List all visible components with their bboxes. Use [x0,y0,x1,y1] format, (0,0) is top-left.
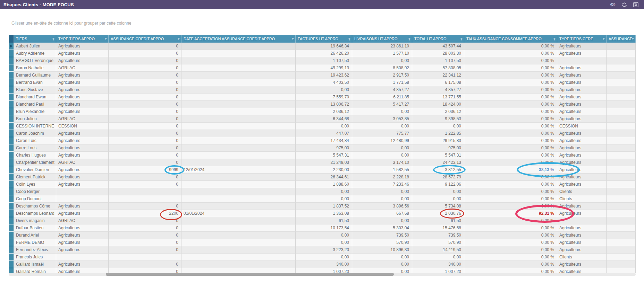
row-indicator-strip [9,144,14,152]
column-header-date-acceptation-assurance-credit-appro[interactable]: DATE ACCEPTATION ASSURANCE CREDIT APPRO [181,35,296,43]
column-header-label: TYPE TIERS APPRO [58,37,95,41]
cell-assurance_credit: 0 [109,94,181,101]
column-header-type-tiers-cere[interactable]: TYPE TIERS CERE [557,35,607,43]
row-indicator-strip [9,72,14,79]
cell-taux: 0,00 % [464,159,557,166]
table-row[interactable]: Coop Dumont0,000,000,000,00 %Clients [9,195,636,203]
filter-funnel-icon[interactable] [104,38,107,41]
cell-total: 739,50 [412,232,464,239]
table-row[interactable]: BARGOT VeroniqueAgriculteurs01 107,500,0… [9,57,636,64]
table-row[interactable]: Blanc GustaveAgriculteurs00,004 857,274 … [9,86,636,94]
cell-tiers: Caron Joachim [14,130,56,137]
table-row[interactable]: Baron NathalieAGRI AC049 299,138 508,925… [9,64,636,72]
cell-taux: 0,00 % [464,188,557,195]
cell-taux: 38,13 % [464,166,557,174]
cell-assurance_credit: 0 [109,217,181,224]
cell-type_appro: Agriculteurs [56,79,109,86]
cell-date_acceptation [181,239,296,246]
column-header-taux-assurance-consommee-appro[interactable]: TAUX ASSURANCE CONSOMMEE APPRO [464,35,557,43]
cell-livraisons: 2 917,50 [352,72,412,79]
table-row[interactable]: Carre LorisAgriculteurs0975,000,00975,00… [9,144,636,152]
cell-total: 0,00 [412,195,464,203]
cell-type_cere: Agriculteurs [557,166,607,174]
table-row[interactable]: Gaillard RomainAgriculteurs01 007,200,00… [9,268,636,273]
cell-assurance_credit: 0 [109,43,181,50]
cell-tiers: Clement Patrick [14,174,56,181]
cell-assurance_cere [607,101,636,108]
column-header-assurance[interactable]: ASSURANCE [607,35,636,43]
row-indicator-strip [9,43,14,50]
table-row[interactable]: Divers magasinAGRI AC061,500,0061,500,00… [9,217,636,224]
table-row[interactable]: Caron LoïcAgriculteurs017 434,8412 480,9… [9,137,636,144]
settings-gears-icon[interactable]: ⚙⚙ [610,2,616,7]
filter-funnel-icon[interactable] [52,38,55,41]
filter-funnel-icon[interactable] [460,38,463,41]
cell-factures: 3 223,20 [296,246,352,254]
table-row[interactable]: Clement PatrickAgriculteurs026 344,612 2… [9,174,636,181]
table-row[interactable]: Colin LyesAgriculteurs01 888,607 233,469… [9,181,636,188]
table-row[interactable]: Deschamps LeonardAgriculteurs220001/01/2… [9,210,636,217]
cell-type_cere: Agriculteurs [557,108,607,115]
column-header-assurance-credit-appro[interactable]: ASSURANCE CREDIT APPRO [109,35,181,43]
cell-livraisons: 4 857,27 [352,86,412,94]
cell-total: 6 175,08 [412,79,464,86]
cell-taux: 0,00 % [464,108,557,115]
table-row[interactable]: Blanchard EwanAgriculteurs07 559,706 211… [9,94,636,101]
filter-funnel-icon[interactable] [553,38,556,41]
table-row[interactable]: Deschamps CômeAgriculteurs01 837,523 896… [9,203,636,210]
table-row[interactable]: Charles HuguesAgriculteurs05 547,310,005… [9,152,636,159]
table-row[interactable]: Brun AlexandreAgriculteurs02 036,120,002… [9,108,636,115]
filter-funnel-icon[interactable] [177,38,180,41]
row-indicator-strip [9,57,14,64]
table-row[interactable]: Aubert JulienAgriculteurs019 646,3423 86… [9,43,636,50]
cell-type_appro: Agriculteurs [56,130,109,137]
filter-funnel-icon[interactable] [632,38,634,41]
table-row[interactable]: Charpentier ClémentAGRI AC021 249,033 17… [9,159,636,166]
table-row[interactable]: Caron JoachimAgriculteurs0447,07775,771 … [9,130,636,137]
cell-type_appro: Agriculteurs [56,210,109,217]
cell-tiers: Charpentier Clément [14,159,56,166]
table-row[interactable]: Fernandez AlexisAgriculteurs03 223,2010 … [9,246,636,254]
column-header-tiers[interactable]: TIERS [14,35,56,43]
selected-row-arrow-icon [10,44,12,48]
table-row[interactable]: Blanchard PaulAgriculteurs013 006,725 41… [9,101,636,108]
table-row[interactable]: Aubry AdrienneAgriculteurs026 426,201 57… [9,50,636,57]
refresh-icon[interactable] [622,2,627,7]
table-row[interactable]: Dufour BastienAgriculteurs010 173,545 30… [9,224,636,232]
grid-corner-cell[interactable] [9,35,14,43]
table-row[interactable]: Brun JulienAGRI AC06 344,683 053,859 398… [9,115,636,123]
filter-funnel-icon[interactable] [408,38,411,41]
cell-assurance_cere [607,152,636,159]
filter-funnel-icon[interactable] [348,38,351,41]
compress-icon[interactable] [633,2,638,7]
table-row[interactable]: Chevalier DamienAgriculteurs999912/01/20… [9,166,636,174]
row-indicator-strip [9,261,14,268]
filter-funnel-icon[interactable] [291,38,294,41]
cell-assurance_credit: 0 [109,159,181,166]
cell-type_appro: Agriculteurs [56,94,109,101]
column-header-livraisons-ht-appro[interactable]: LIVRAISONS HT APPRO [352,35,412,43]
table-row[interactable]: CESSION INTERNECESSION00,000,000,000,00 … [9,123,636,130]
table-row[interactable]: Francois Jules0,000,000,000,00 %Clients [9,254,636,261]
horizontal-scrollbar[interactable] [9,273,636,276]
cell-taux: 0,00 % [464,232,557,239]
cell-total: 22 341,12 [412,72,464,79]
column-header-factures-ht-appro[interactable]: FACTURES HT APPRO [296,35,352,43]
table-row[interactable]: FERME DEMOAgriculteurs00,00570,90570,900… [9,239,636,246]
cell-date_acceptation [181,268,296,273]
cell-total: 975,00 [412,144,464,152]
table-row[interactable]: Gaillard IsmaëlAgriculteurs0340,000,0034… [9,261,636,268]
horizontal-scrollbar-thumb[interactable] [106,273,394,276]
table-row[interactable]: Bernard GuillaumeAgriculteurs019 423,622… [9,72,636,79]
table-row[interactable]: Bertrand EvanAgriculteurs04 403,501 771,… [9,79,636,86]
cell-taux: 0,00 % [464,72,557,79]
table-row[interactable]: Coop Berger0,000,000,000,00 %Clients [9,188,636,195]
column-header-total-ht-appro[interactable]: TOTAL HT APPRO [412,35,464,43]
cell-date_acceptation [181,224,296,232]
table-row[interactable]: Durand ArielAgriculteurs00,00739,50739,5… [9,232,636,239]
cell-factures: 49 299,13 [296,64,352,72]
cell-type_cere: Agriculteurs [557,174,607,181]
filter-funnel-icon[interactable] [602,38,605,41]
cell-factures: 1 888,60 [296,181,352,188]
column-header-type-tiers-appro[interactable]: TYPE TIERS APPRO [56,35,109,43]
